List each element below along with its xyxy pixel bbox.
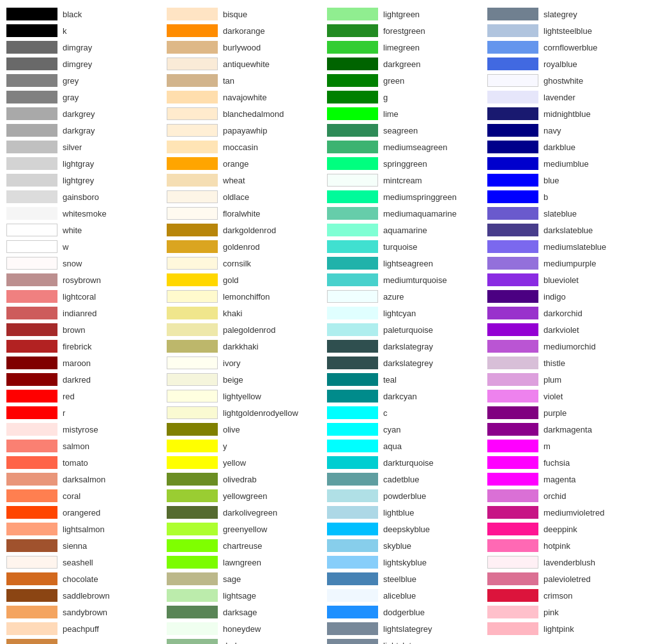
color-row: lemonchiffon <box>167 289 327 304</box>
color-row: azure <box>327 289 487 304</box>
color-row: paleturquoise <box>327 322 487 337</box>
color-swatch <box>6 456 57 469</box>
color-name-label: darksalmon <box>63 475 105 484</box>
color-name-label: lightseagreen <box>383 259 433 268</box>
color-name-label: mediumpurple <box>544 259 596 268</box>
color-swatch <box>487 323 538 336</box>
color-swatch <box>487 390 538 402</box>
color-swatch <box>167 423 218 436</box>
color-row: y <box>167 438 327 454</box>
color-name-label: lemonchiffon <box>223 292 270 302</box>
column-col1: blackkdimgraydimgreygreygraydarkgreydark… <box>6 6 167 644</box>
color-row: indianred <box>6 305 167 321</box>
color-row: palegoldenrod <box>167 322 327 337</box>
color-name-label: lavenderblush <box>544 558 595 567</box>
color-row: darkviolet <box>487 322 648 337</box>
color-swatch <box>167 606 218 618</box>
color-row: mediumorchid <box>487 339 648 354</box>
color-name-label: seashell <box>63 558 93 567</box>
color-swatch <box>487 41 538 54</box>
color-name-label: lightslategray <box>383 641 432 645</box>
color-row: lightsage <box>167 588 327 603</box>
color-swatch <box>167 373 218 386</box>
color-row: aqua <box>327 438 487 454</box>
color-name-label: chartreuse <box>223 541 262 551</box>
color-swatch <box>327 124 378 137</box>
color-name-label: g <box>383 93 388 102</box>
color-name-label: steelblue <box>383 574 416 584</box>
color-row: darkslateblue <box>487 222 648 238</box>
color-swatch <box>327 523 378 535</box>
color-row: moccasin <box>167 139 327 155</box>
color-name-label: blanchedalmond <box>223 109 284 119</box>
color-swatch <box>327 356 378 369</box>
color-row: k <box>6 23 167 38</box>
color-swatch <box>327 506 378 519</box>
color-swatch <box>327 390 378 402</box>
color-swatch <box>327 273 378 286</box>
color-swatch <box>6 606 57 618</box>
color-swatch <box>327 539 378 552</box>
color-name-label: teal <box>383 375 397 385</box>
color-name-label: darkred <box>63 375 91 385</box>
color-name-label: lightslategrey <box>383 624 432 634</box>
color-swatch <box>6 157 57 170</box>
color-chart: blackkdimgraydimgreygreygraydarkgreydark… <box>6 6 648 644</box>
color-swatch <box>167 107 218 120</box>
color-swatch <box>487 556 538 569</box>
color-row: rosybrown <box>6 272 167 288</box>
color-swatch <box>487 356 538 369</box>
color-name-label: crimson <box>544 591 573 601</box>
color-row: plum <box>487 372 648 387</box>
color-row: orangered <box>6 505 167 520</box>
color-swatch <box>6 440 57 452</box>
color-row: mediumturquoise <box>327 272 487 288</box>
color-swatch <box>487 340 538 353</box>
color-swatch <box>167 539 218 552</box>
color-swatch <box>167 589 218 602</box>
color-swatch <box>327 41 378 54</box>
color-name-label: sage <box>223 574 241 584</box>
color-swatch <box>167 390 218 402</box>
color-row: blue <box>487 172 648 188</box>
color-name-label: gold <box>223 275 239 285</box>
color-name-label: red <box>63 392 75 401</box>
color-swatch <box>6 224 57 236</box>
color-name-label: darkorchid <box>544 309 582 318</box>
color-swatch <box>327 456 378 469</box>
color-row: lightsalmon <box>6 521 167 537</box>
color-swatch <box>6 622 57 635</box>
color-swatch <box>6 390 57 402</box>
color-row: darksalmon <box>6 471 167 487</box>
color-swatch <box>327 190 378 203</box>
color-swatch <box>167 356 218 369</box>
color-row: lightblue <box>327 505 487 520</box>
color-row: orange <box>167 156 327 171</box>
color-row: thistle <box>487 355 648 371</box>
color-row: pink <box>487 604 648 620</box>
color-name-label: mintcream <box>383 176 422 185</box>
color-swatch <box>167 290 218 303</box>
color-name-label: peru <box>63 641 79 645</box>
color-swatch <box>487 190 538 203</box>
color-swatch <box>487 207 538 220</box>
color-swatch <box>6 207 57 220</box>
color-name-label: darkviolet <box>544 325 579 335</box>
color-row: magenta <box>487 471 648 487</box>
color-swatch <box>487 174 538 187</box>
color-name-label: purple <box>544 408 567 418</box>
color-name-label: navy <box>544 126 561 135</box>
color-name-label: gainsboro <box>63 192 99 202</box>
color-swatch <box>327 423 378 436</box>
color-row: darkgoldenrod <box>167 222 327 238</box>
color-name-label: darkslategray <box>383 342 433 351</box>
color-name-label: blue <box>544 176 559 185</box>
color-row: sage <box>167 571 327 586</box>
color-swatch <box>6 24 57 37</box>
color-name-label: orchid <box>544 491 566 501</box>
color-name-label: wheat <box>223 176 245 185</box>
color-row: yellow <box>167 455 327 470</box>
color-swatch <box>327 406 378 419</box>
color-name-label: mediumblue <box>544 159 589 169</box>
color-swatch <box>327 373 378 386</box>
